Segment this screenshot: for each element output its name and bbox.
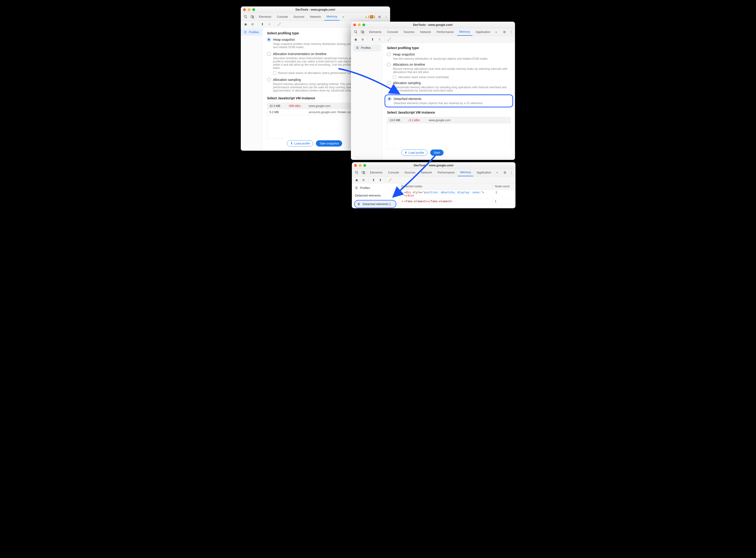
tab-elements[interactable]: Elements [368,169,385,176]
clear-icon[interactable]: ⊘ [250,22,255,26]
minimize-icon[interactable] [358,24,361,26]
option-heap-snapshot[interactable]: Heap snapshot [387,53,511,56]
checkbox-icon [273,71,276,75]
upload-icon[interactable]: ⬆ [260,22,264,26]
sidebar-item-profiles[interactable]: ☰ Profiles [241,29,262,36]
close-icon[interactable] [354,164,357,167]
sidebar-item-profiles[interactable]: ☰ Profiles [352,184,399,192]
sliders-icon: ☰ [355,186,358,189]
upload-icon[interactable]: ⬆ [372,178,376,182]
record-icon[interactable]: ◉ [354,37,358,41]
option-allocation-timeline[interactable]: Allocations on timeline [387,63,511,66]
load-profile-button[interactable]: ⬆ Load profile [401,150,428,156]
record-icon[interactable]: ◉ [355,178,359,182]
panel-tabbar: Elements Console Sources Network Perform… [351,28,515,36]
tab-sources[interactable]: Sources [401,28,417,35]
svg-rect-3 [355,31,356,32]
tab-memory[interactable]: Memory [458,169,473,176]
settings-gear-icon[interactable]: ⚙ [503,30,507,34]
sidebar: ☰ Profiles [241,28,262,151]
maximize-icon[interactable] [363,164,366,167]
tab-sources[interactable]: Sources [291,13,307,20]
vm-heading: Select JavaScript VM instance [387,110,511,114]
minimize-icon[interactable] [248,8,250,11]
settings-gear-icon[interactable]: ⚙ [378,15,382,19]
menu-kebab-icon[interactable]: ⋮ [384,15,388,19]
tab-elements[interactable]: Elements [367,28,384,35]
sidebar-item-profiles[interactable]: ☰ Profiles [353,44,381,51]
record-icon[interactable]: ◉ [244,22,248,26]
svg-rect-7 [362,171,364,173]
bullet-icon: • [401,200,403,203]
tab-application[interactable]: Application [473,28,493,35]
start-button[interactable]: Start [430,150,443,156]
gc-icon[interactable]: 🧹 [388,178,393,182]
menu-kebab-icon[interactable]: ⋮ [509,30,513,34]
snapshot-item[interactable]: 🗎 Detached elements 1 [354,200,397,208]
panel-tabbar: Elements Console Sources Network Perform… [352,169,515,176]
tab-memory[interactable]: Memory [457,28,472,36]
checkbox-icon [393,76,396,79]
radio-icon [387,81,390,85]
table-header: Detached nodes Node count [399,183,515,189]
tab-network[interactable]: Network [308,13,323,20]
more-tabs-icon[interactable]: » [495,171,500,174]
checkbox-record-stack[interactable]: Allocation stack traces (more overhead) [393,76,511,79]
close-icon[interactable] [243,8,246,11]
inspect-icon[interactable] [354,171,360,174]
tab-memory[interactable]: Memory [324,13,339,21]
minimize-icon[interactable] [359,164,361,167]
option-detached-elements[interactable]: Detached elements [387,97,510,101]
warnings-badge[interactable]: ▲1 i1 [365,15,375,19]
tab-sources[interactable]: Sources [402,169,418,176]
upload-icon[interactable]: ⬆ [371,37,375,41]
settings-gear-icon[interactable]: ⚙ [503,171,507,174]
detached-node-code: <div style="position: absolute; display:… [404,191,491,197]
titlebar: DevTools - www.google.com/ [352,162,515,169]
download-icon[interactable]: ⬇ [267,22,272,26]
take-snapshot-button[interactable]: Take snapshot [316,140,342,147]
svg-rect-0 [245,16,246,17]
tab-console[interactable]: Console [385,28,401,35]
inspect-icon[interactable] [353,30,359,34]
tab-network[interactable]: Network [419,169,434,176]
device-icon[interactable] [360,171,367,174]
more-tabs-icon[interactable]: » [494,30,499,34]
sidebar: ☰ Profiles [351,43,383,160]
download-icon[interactable]: ⬇ [377,37,382,41]
maximize-icon[interactable] [362,24,365,26]
option-allocation-sampling[interactable]: Allocation sampling [387,81,511,85]
gc-icon[interactable]: 🧹 [387,37,392,41]
tab-elements[interactable]: Elements [257,13,274,20]
close-icon[interactable] [353,24,356,26]
clear-icon[interactable]: ⊘ [361,37,365,41]
tab-performance[interactable]: Performance [434,28,456,35]
tab-console[interactable]: Console [386,169,401,176]
download-icon[interactable]: ⬇ [378,178,382,182]
tab-network[interactable]: Network [418,28,433,35]
load-profile-button[interactable]: ⬆ Load profile [287,140,313,147]
gc-icon[interactable]: 🧹 [277,22,281,26]
info-icon: i [370,15,373,19]
table-row[interactable]: • <div style="position: absolute; displa… [399,189,515,199]
clear-icon[interactable]: ⊘ [361,178,366,182]
tab-console[interactable]: Console [275,13,290,20]
menu-kebab-icon[interactable]: ⋮ [509,171,513,174]
radio-icon [267,38,271,42]
window-title: DevTools - www.google.com/ [413,23,453,26]
main: Select profiling type Heap snapshot See … [383,43,515,160]
memory-toolbar: ◉ ⊘ ⬆ ⬇ 🧹 [351,36,515,43]
sidebar: ☰ Profiles Detached elements 🗎 Detached … [352,183,399,208]
more-tabs-icon[interactable]: » [341,15,346,19]
tab-application[interactable]: Application [474,169,494,176]
tab-performance[interactable]: Performance [435,169,457,176]
inspect-icon[interactable] [243,15,249,19]
device-icon[interactable] [249,15,255,19]
table-row[interactable]: • <fake-element></fake-element> 1 [399,199,515,204]
maximize-icon[interactable] [252,8,255,11]
profiling-heading: Select profiling type [387,46,511,50]
vm-row[interactable]: 13.0 MB ↓3.1 kB/s www.google.com [387,117,510,124]
snapshot-icon: 🗎 [357,202,360,206]
device-icon[interactable] [359,30,366,34]
titlebar: DevTools - www.google.com/ [241,6,390,13]
